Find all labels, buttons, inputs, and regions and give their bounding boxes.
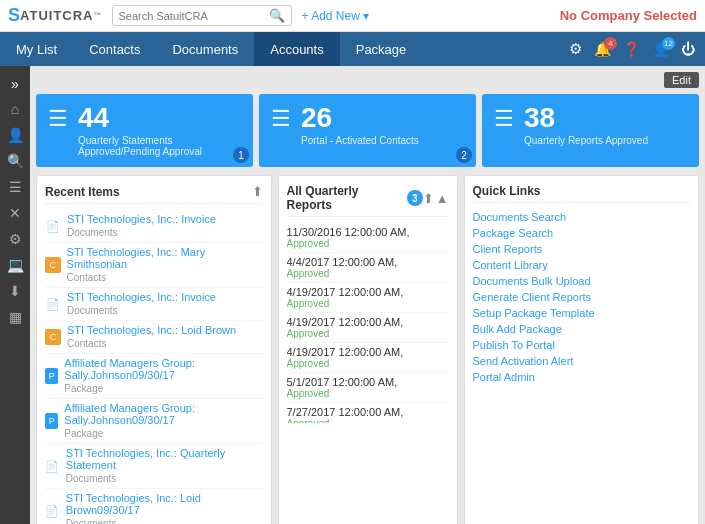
quick-link-item[interactable]: Publish To Portal <box>473 337 691 353</box>
stat-card-1-inner: ☰ 26 Portal - Activated Contacts <box>271 104 464 146</box>
report-status: Approved <box>287 388 449 399</box>
quarterly-reports-panel: All Quarterly Reports 3 ⬆ ▲ 11/30/2016 1… <box>278 175 458 524</box>
quick-link-item[interactable]: Documents Search <box>473 209 691 225</box>
logo: S ATUITCRA ™ <box>8 5 102 26</box>
sidebar-user-icon[interactable]: 👤 <box>0 122 30 148</box>
quarterly-reports-badge: 3 <box>407 190 422 206</box>
report-status: Approved <box>287 238 449 249</box>
power-icon-btn[interactable]: ⏻ <box>677 39 699 59</box>
sidebar-download-icon[interactable]: ⬇ <box>0 278 30 304</box>
nav-item-documents[interactable]: Documents <box>156 32 254 66</box>
nav-item-mylist[interactable]: My List <box>0 32 73 66</box>
item-text-group: Affiliated Managers Group: Sally.Johnson… <box>64 402 262 440</box>
quick-links-list: Documents SearchPackage SearchClient Rep… <box>473 209 691 385</box>
nav-item-contacts[interactable]: Contacts <box>73 32 156 66</box>
search-input[interactable] <box>119 10 269 22</box>
quarterly-scroll-up-icon[interactable]: ▲ <box>436 191 449 206</box>
item-sub: Documents <box>67 305 118 316</box>
stat-number-1: 26 <box>301 104 419 132</box>
quarterly-upload-icon[interactable]: ⬆ <box>423 191 434 206</box>
stat-info-1: 26 Portal - Activated Contacts <box>301 104 419 146</box>
report-date: 4/19/2017 12:00:00 AM, <box>287 316 449 328</box>
item-sub: Documents <box>66 518 117 524</box>
item-link[interactable]: STI Technologies, Inc.: Loid Brown <box>67 324 236 336</box>
item-text-group: STI Technologies, Inc.: Quarterly Statem… <box>66 447 263 485</box>
sidebar-monitor-icon[interactable]: 💻 <box>0 252 30 278</box>
quarterly-reports-title: All Quarterly Reports <box>287 184 404 212</box>
help-icon-btn[interactable]: ❓ <box>619 39 644 59</box>
notification-icon-btn[interactable]: 🔔 4 <box>590 39 615 59</box>
contact-icon: C <box>45 257 61 273</box>
quick-link-item[interactable]: Send Activation Alert <box>473 353 691 369</box>
sidebar-settings-icon[interactable]: ⚙ <box>0 226 30 252</box>
sidebar-search-icon[interactable]: 🔍 <box>0 148 30 174</box>
quick-link-item[interactable]: Package Search <box>473 225 691 241</box>
quick-link-item[interactable]: Generate Client Reports <box>473 289 691 305</box>
quick-links-panel: Quick Links Documents SearchPackage Sear… <box>464 175 700 524</box>
item-link[interactable]: STI Technologies, Inc.: Invoice <box>67 291 216 303</box>
report-status: Approved <box>287 358 449 369</box>
item-link[interactable]: STI Technologies, Inc.: Quarterly Statem… <box>66 447 263 471</box>
contact-icon: C <box>45 329 61 345</box>
nav-item-accounts[interactable]: Accounts <box>254 32 339 66</box>
item-link[interactable]: Affiliated Managers Group: Sally.Johnson… <box>64 357 262 381</box>
stat-card-2: ☰ 38 Quarterly Reports Approved <box>482 94 699 167</box>
stat-label-1: Portal - Activated Contacts <box>301 135 419 146</box>
item-sub: Documents <box>66 473 117 484</box>
quarterly-reports-list[interactable]: 11/30/2016 12:00:00 AM, Approved 4/4/201… <box>287 223 449 423</box>
list-item: 📄 STI Technologies, Inc.: Loid Brown09/3… <box>45 489 263 524</box>
add-new-button[interactable]: + Add New ▾ <box>302 9 370 23</box>
report-date: 4/4/2017 12:00:00 AM, <box>287 256 449 268</box>
item-sub: Contacts <box>67 272 106 283</box>
stat-label-2: Quarterly Reports Approved <box>524 135 648 146</box>
item-link[interactable]: STI Technologies, Inc.: Loid Brown09/30/… <box>66 492 263 516</box>
nav-item-package[interactable]: Package <box>340 32 423 66</box>
recent-items-upload-icon[interactable]: ⬆ <box>252 184 263 199</box>
stat-card-0-inner: ☰ 44 Quarterly Statements Approved/Pendi… <box>48 104 241 157</box>
report-date: 4/19/2017 12:00:00 AM, <box>287 286 449 298</box>
recent-items-header: Recent Items ⬆ <box>45 184 263 204</box>
report-date: 11/30/2016 12:00:00 AM, <box>287 226 449 238</box>
user-badge: 12 <box>662 37 675 50</box>
settings-icon-btn[interactable]: ⚙ <box>565 38 586 60</box>
logo-s-letter: S <box>8 5 20 26</box>
stat-badge-0: 1 <box>233 147 249 163</box>
edit-button[interactable]: Edit <box>664 72 699 88</box>
sidebar: » ⌂ 👤 🔍 ☰ ✕ ⚙ 💻 ⬇ ▦ <box>0 66 30 524</box>
logo-text: ATUITCRA <box>20 8 93 23</box>
item-link[interactable]: STI Technologies, Inc.: Mary Smithsonian <box>67 246 263 270</box>
quarterly-reports-header-right: All Quarterly Reports 3 <box>287 184 423 212</box>
notification-badge: 4 <box>604 37 617 50</box>
item-text-group: STI Technologies, Inc.: Invoice Document… <box>67 213 216 239</box>
item-link[interactable]: STI Technologies, Inc.: Invoice <box>67 213 216 225</box>
list-item: P Affiliated Managers Group: Sally.Johns… <box>45 399 263 444</box>
quarterly-reports-controls: ⬆ ▲ <box>423 191 449 206</box>
sidebar-toggle[interactable]: » <box>7 72 23 96</box>
sidebar-home-icon[interactable]: ⌂ <box>0 96 30 122</box>
quick-link-item[interactable]: Content Library <box>473 257 691 273</box>
list-item: 11/30/2016 12:00:00 AM, Approved <box>287 223 449 253</box>
power-icon: ⏻ <box>681 41 695 57</box>
user-icon-btn[interactable]: 👤 12 <box>648 39 673 59</box>
package-icon: P <box>45 368 58 384</box>
recent-items-title: Recent Items <box>45 185 120 199</box>
quick-links-title: Quick Links <box>473 184 541 198</box>
quick-link-item[interactable]: Bulk Add Package <box>473 321 691 337</box>
list-item: 5/1/2017 12:00:00 AM, Approved <box>287 373 449 403</box>
top-bar: S ATUITCRA ™ 🔍 + Add New ▾ No Company Se… <box>0 0 705 32</box>
report-date: 5/1/2017 12:00:00 AM, <box>287 376 449 388</box>
sidebar-x-icon[interactable]: ✕ <box>0 200 30 226</box>
quick-link-item[interactable]: Client Reports <box>473 241 691 257</box>
quick-link-item[interactable]: Portal Admin <box>473 369 691 385</box>
item-link[interactable]: Affiliated Managers Group: Sally.Johnson… <box>64 402 262 426</box>
search-button[interactable]: 🔍 <box>269 8 285 23</box>
quick-link-item[interactable]: Setup Package Template <box>473 305 691 321</box>
quick-links-header: Quick Links <box>473 184 691 203</box>
quick-link-item[interactable]: Documents Bulk Upload <box>473 273 691 289</box>
sidebar-list-icon[interactable]: ☰ <box>0 174 30 200</box>
item-sub: Contacts <box>67 338 106 349</box>
stat-icon-2: ☰ <box>494 106 514 132</box>
list-item: 4/4/2017 12:00:00 AM, Approved <box>287 253 449 283</box>
sidebar-grid-icon[interactable]: ▦ <box>0 304 30 330</box>
nav-bar: My List Contacts Documents Accounts Pack… <box>0 32 705 66</box>
